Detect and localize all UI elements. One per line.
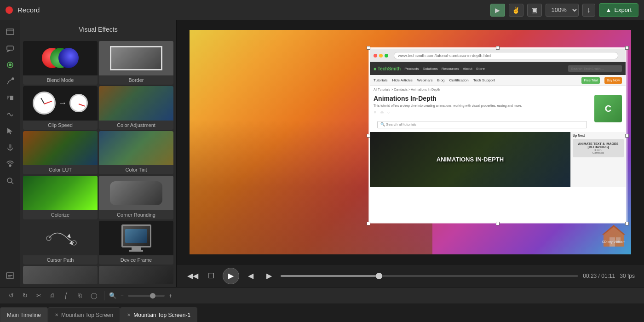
frame-back-btn[interactable]: ☐	[204, 269, 218, 283]
sidebar-transitions-icon[interactable]	[2, 90, 18, 106]
effect-color-lut[interactable]: Color LUT	[23, 131, 98, 175]
ts-search-tutorials[interactable]	[377, 121, 587, 128]
effect-thumb-clipspeed: →	[23, 86, 98, 121]
effect-device-frame[interactable]: Device Frame	[99, 221, 173, 264]
split-btn[interactable]: ⎗	[75, 290, 86, 301]
svg-rect-10	[9, 144, 11, 148]
export-button[interactable]: ▲ Export	[599, 3, 638, 17]
svg-point-13	[7, 178, 12, 183]
export-icon: ▲	[606, 6, 612, 13]
effect-cursor-path[interactable]: Cursor Path	[23, 221, 98, 264]
record-btn[interactable]: ◯	[88, 290, 99, 301]
app-title: Record	[17, 6, 40, 14]
bottom-toolbar: ↺ ↻ ✂ ⎙ ⎛ ⎗ ◯ 🔍 － ＋	[0, 287, 644, 304]
preview-area: www.techsmith.com/tutorial-camtasia-in-d…	[177, 20, 644, 287]
progress-thumb[interactable]	[376, 273, 382, 279]
effect-blend-mode[interactable]: Blend Mode	[23, 41, 98, 85]
pointer-tool-btn[interactable]: ▶	[490, 4, 505, 17]
sidebar-media-icon[interactable]	[2, 24, 18, 40]
tab-close-2[interactable]: ✕	[127, 312, 131, 317]
svg-rect-0	[6, 29, 14, 34]
effects-grid: Blend Mode Border →	[20, 38, 176, 287]
effect-border[interactable]: Border	[99, 41, 173, 85]
svg-marker-9	[7, 128, 12, 134]
zoom-slider[interactable]	[128, 295, 165, 297]
ts-main-content: Animations In-Depth This tutorial offers…	[370, 93, 626, 132]
sidebar-animations-icon[interactable]	[2, 107, 18, 122]
canvas-area: www.techsmith.com/tutorial-camtasia-in-d…	[177, 20, 644, 264]
home-watermark-icon: CD key Vietnam	[601, 223, 627, 248]
main-area: Visual Effects Blend Mode Border	[0, 20, 644, 287]
sidebar-callouts-icon[interactable]	[2, 40, 18, 56]
download-btn[interactable]: ↓	[582, 4, 595, 17]
ts-page-desc: This tutorial offers a deep dive into cr…	[374, 104, 591, 108]
effect-color-tint[interactable]: Color Tint	[99, 131, 173, 175]
cut-btn[interactable]: ✂	[33, 290, 44, 301]
sidebar-audio-icon[interactable]	[2, 156, 18, 172]
sidebar-effects-icon[interactable]	[2, 57, 18, 73]
paste-btn[interactable]: ⎛	[61, 290, 72, 301]
effect-label-colorize: Colorize	[50, 210, 70, 219]
ts-side-item-title: ANIMATE TEXT & IMAGES [BEHAVIORS]	[574, 142, 623, 149]
svg-marker-8	[10, 96, 13, 100]
sidebar-voice-icon[interactable]	[2, 140, 18, 155]
effect-thumb-deviceframe	[99, 221, 173, 255]
svg-marker-20	[67, 234, 71, 238]
undo-btn[interactable]: ↺	[6, 290, 17, 301]
effect-color-adjustment[interactable]: Color Adjustment	[99, 86, 173, 130]
zoom-plus[interactable]: ＋	[167, 292, 173, 300]
svg-point-5	[9, 63, 12, 66]
ts-sub-tutorials: Tutorials	[374, 78, 387, 82]
ts-nav-resources: Resources	[442, 67, 459, 71]
tab-main-timeline[interactable]: Main Timeline	[0, 307, 48, 322]
techsmith-nav: ■ TechSmith Products Solutions Resources…	[370, 62, 626, 75]
sidebar-cursor-icon[interactable]	[2, 123, 18, 139]
effect-thumb-partial2	[99, 266, 173, 284]
zoom-control: 🔍 － ＋	[109, 292, 173, 300]
ts-side-item-source: Camtasia	[574, 151, 623, 154]
ts-video-title: ANIMATIONS IN-DEPTH	[437, 156, 504, 163]
svg-point-6	[12, 78, 14, 80]
effect-clip-speed[interactable]: → Clip Speed	[23, 86, 98, 130]
effects-panel: Visual Effects Blend Mode Border	[20, 20, 177, 287]
tab-mountain-top-screen-1[interactable]: ✕ Mountain Top Screen-1	[120, 307, 197, 322]
sidebar-search-icon[interactable]	[2, 173, 18, 189]
ts-sub-support: Tech Support	[473, 78, 495, 82]
ts-up-next-label: Up Next	[573, 134, 624, 137]
crop-tool-btn[interactable]: ▣	[527, 4, 542, 17]
effects-panel-title: Visual Effects	[20, 20, 176, 38]
hand-tool-btn[interactable]: ✌	[509, 4, 523, 17]
browser-content: ■ TechSmith Products Solutions Resources…	[370, 62, 626, 222]
sidebar-subtitle-icon[interactable]	[2, 268, 18, 283]
zoom-thumb[interactable]	[150, 293, 155, 299]
preview-canvas: www.techsmith.com/tutorial-camtasia-in-d…	[190, 30, 631, 254]
ts-buy-now-btn[interactable]: Buy Now	[604, 77, 622, 84]
ts-search-input[interactable]	[568, 65, 622, 72]
effect-partial-2[interactable]	[99, 266, 173, 284]
next-btn[interactable]: ▶	[262, 269, 276, 283]
ts-free-trial-btn[interactable]: Free Trial	[581, 77, 600, 84]
zoom-minus[interactable]: －	[119, 292, 125, 300]
zoom-out-icon[interactable]: 🔍	[109, 292, 116, 299]
effect-corner-rounding[interactable]: Corner Rounding	[99, 176, 173, 219]
tab-close-1[interactable]: ✕	[55, 312, 58, 317]
effect-colorize[interactable]: Colorize	[23, 176, 98, 219]
rewind-btn[interactable]: ◀◀	[186, 269, 200, 283]
copy-btn[interactable]: ⎙	[47, 290, 58, 301]
tab-mountain-top-screen[interactable]: ✕ Mountain Top Screen	[48, 307, 120, 322]
zoom-select[interactable]: 100% 75% 50% 125% 150%	[546, 4, 579, 17]
redo-btn[interactable]: ↻	[19, 290, 30, 301]
effect-thumb-colorlut	[23, 131, 98, 166]
record-indicator	[6, 6, 13, 14]
timeline-area: Main Timeline ✕ Mountain Top Screen ✕ Mo…	[0, 304, 644, 322]
timeline-tabs: Main Timeline ✕ Mountain Top Screen ✕ Mo…	[0, 304, 197, 322]
effect-label-deviceframe: Device Frame	[120, 255, 153, 264]
progress-bar[interactable]	[281, 275, 578, 277]
sidebar-annotations-icon[interactable]	[2, 74, 18, 89]
ts-logo-icon: C	[605, 104, 611, 114]
effect-partial-1[interactable]	[23, 266, 98, 284]
prev-btn[interactable]: ◀	[244, 269, 258, 283]
browser-maximize-dot	[385, 54, 388, 58]
ts-nav-about: About	[463, 67, 472, 71]
play-pause-btn[interactable]: ▶	[223, 268, 239, 284]
